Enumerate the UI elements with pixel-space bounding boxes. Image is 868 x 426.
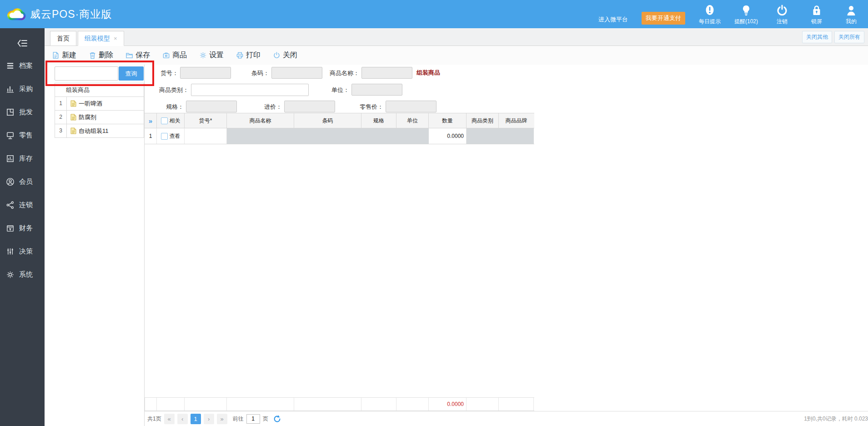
goto-page-input[interactable] [246,414,260,424]
barcode-input[interactable] [271,67,322,79]
list-item[interactable]: 1 一听啤酒 [55,97,144,111]
sidebar-item-chain[interactable]: 连锁 [0,196,45,214]
finance-icon [6,224,15,233]
search-input[interactable] [55,66,118,81]
search-button[interactable]: 查询 [119,66,144,81]
list-item[interactable]: 3 自动组装11 [55,124,144,138]
sidebar: 档案 采购 批发 零售 库存 会员 连锁 [0,28,45,426]
product-name-input[interactable] [361,67,412,79]
unit-label: 单位： [321,84,349,96]
record-info: 1到0,共0记录，耗时 0.023 [804,415,868,423]
current-page-button[interactable]: 1 [191,414,201,424]
refresh-button[interactable] [273,415,281,423]
product-icon [162,51,170,59]
column-header-item-no[interactable]: 货号* [185,113,227,128]
system-icon [6,270,15,279]
category-input[interactable] [191,84,309,96]
settings-button[interactable]: 设置 [199,51,224,60]
sidebar-item-label: 零售 [19,131,33,140]
lock-icon [811,5,822,16]
product-button[interactable]: 商品 [162,51,187,60]
prev-page-button[interactable]: ‹ [177,414,188,424]
sidebar-item-label: 决策 [19,247,33,256]
sidebar-item-system[interactable]: 系统 [0,265,45,284]
column-header-related[interactable]: 相关 [157,113,185,128]
settings-icon [199,51,207,59]
product-button-label: 商品 [172,51,187,60]
spec-input[interactable] [186,101,237,112]
close-others-button[interactable]: 关闭其他 [802,31,832,43]
column-header-barcode[interactable]: 条码 [294,113,361,128]
wholesale-icon [6,108,15,117]
tab-home[interactable]: 首页 [50,31,76,46]
print-button[interactable]: 打印 [236,51,261,60]
sidebar-item-retail[interactable]: 零售 [0,126,45,144]
expand-all-button[interactable]: » [145,113,157,128]
new-button[interactable]: 新建 [52,51,76,60]
column-header-spec[interactable]: 规格 [361,113,396,128]
tab-close-icon[interactable]: × [114,35,117,42]
assembly-list: 组装商品 1 一听啤酒 2 防腐剂 3 自动组装11 [55,83,144,138]
total-pages-label: 共1页 [147,415,161,423]
user-icon [846,5,857,16]
unit-input[interactable] [351,84,402,96]
sidebar-item-wholesale[interactable]: 批发 [0,103,45,121]
lock-screen-button[interactable]: 锁屏 [806,5,827,25]
app-logo: 威云POS·商业版 [6,7,112,21]
delete-icon [89,51,96,59]
document-icon [70,127,76,134]
logout-button[interactable]: 注销 [772,5,793,25]
toolbar: 新建 删除 保存 商品 设置 打印 [45,46,868,65]
column-header-product-name[interactable]: 商品名称 [227,113,294,128]
sidebar-item-purchase[interactable]: 采购 [0,80,45,98]
tab-bar: 首页 组装模型 × 关闭其他 关闭所有 [45,28,868,46]
delete-button[interactable]: 删除 [89,51,113,60]
purchase-price-input[interactable] [284,101,335,112]
column-header-unit[interactable]: 单位 [396,113,429,128]
micro-platform-link[interactable]: 进入微平台 [598,15,628,24]
row-checkbox[interactable] [161,133,168,140]
sidebar-item-label: 会员 [19,178,33,186]
last-page-button[interactable]: » [217,414,227,424]
column-header-brand[interactable]: 商品品牌 [499,113,534,128]
qty-cell[interactable]: 0.0000 [429,128,467,144]
close-all-button[interactable]: 关闭所有 [834,31,864,43]
spec-label: 规格： [156,101,184,113]
sidebar-item-inventory[interactable]: 库存 [0,149,45,167]
select-all-checkbox[interactable] [161,117,168,124]
close-button-label: 关闭 [283,51,297,60]
save-button[interactable]: 保存 [125,51,150,60]
table-header-row: » 相关 货号* 商品名称 条码 规格 单位 数量 商品类别 商品品牌 [145,113,534,128]
retail-icon [6,131,15,140]
components-table: » 相关 货号* 商品名称 条码 规格 单位 数量 商品类别 商品品牌 1 查看… [145,113,534,144]
sidebar-item-member[interactable]: 会员 [0,172,45,191]
sidebar-collapse-button[interactable] [0,38,45,50]
assembly-list-panel: 查询 组装商品 1 一听啤酒 2 防腐剂 3 自动组装11 [45,65,145,426]
reminder-button[interactable]: 提醒(102) [734,5,758,25]
daily-tips-button[interactable]: 每日提示 [699,5,721,25]
close-button[interactable]: 关闭 [273,51,297,60]
item-no-label: 货号： [150,67,178,79]
power-icon [777,5,788,16]
list-header: 组装商品 [55,83,144,97]
sidebar-item-finance[interactable]: 财务 [0,219,45,237]
tab-assembly-model[interactable]: 组装模型 × [78,31,124,46]
rainbow-cloud-icon [6,7,26,21]
my-account-button[interactable]: 我的 [841,5,862,25]
open-payment-button[interactable]: 我要开通支付 [642,12,685,25]
sidebar-item-label: 档案 [19,61,33,70]
row-number: 2 [55,111,67,124]
column-header-qty[interactable]: 数量 [429,113,467,128]
first-page-button[interactable]: « [164,414,175,424]
list-item[interactable]: 2 防腐剂 [55,111,144,124]
next-page-button[interactable]: › [204,414,214,424]
column-header-category[interactable]: 商品类别 [467,113,499,128]
view-link[interactable]: 查看 [170,132,181,140]
item-no-cell[interactable] [185,128,227,144]
retail-price-input[interactable] [386,101,437,112]
item-no-input[interactable] [180,67,231,79]
pagination-bar: 共1页 « ‹ 1 › » 前往 页 [145,411,868,426]
sidebar-item-label: 采购 [19,85,33,93]
sidebar-item-decision[interactable]: 决策 [0,242,45,260]
sidebar-item-archive[interactable]: 档案 [0,56,45,75]
